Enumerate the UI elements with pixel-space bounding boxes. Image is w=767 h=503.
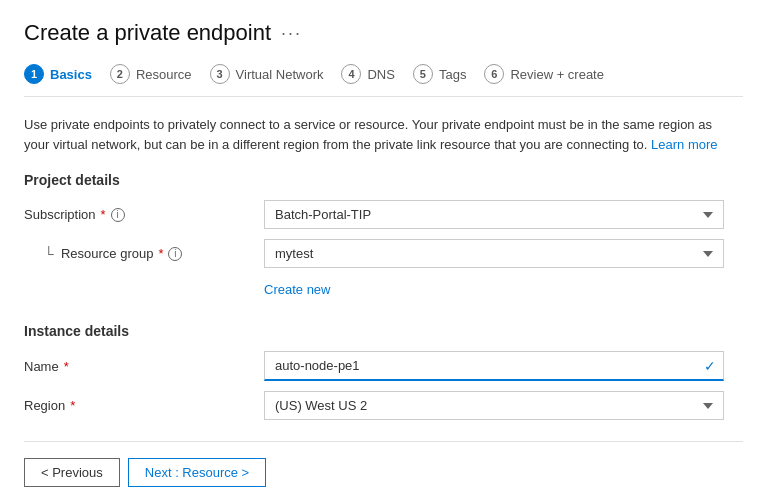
region-control: (US) West US 2 <box>264 391 724 420</box>
page-container: Create a private endpoint ··· 1 Basics 2… <box>0 0 767 503</box>
step-label-tags: Tags <box>439 67 466 82</box>
step-review[interactable]: 6 Review + create <box>484 64 604 84</box>
region-row: Region * (US) West US 2 <box>24 391 743 420</box>
subscription-select[interactable]: Batch-Portal-TIP <box>264 200 724 229</box>
step-virtual-network[interactable]: 3 Virtual Network <box>210 64 324 84</box>
create-new-link[interactable]: Create new <box>264 282 743 297</box>
step-circle-review: 6 <box>484 64 504 84</box>
info-text-content: Use private endpoints to privately conne… <box>24 117 712 152</box>
name-required: * <box>64 359 69 374</box>
subscription-info-icon[interactable]: i <box>111 208 125 222</box>
page-title: Create a private endpoint <box>24 20 271 46</box>
step-tags[interactable]: 5 Tags <box>413 64 466 84</box>
step-label-virtual-network: Virtual Network <box>236 67 324 82</box>
resource-group-label-wrap: Resource group * i <box>24 246 264 262</box>
step-label-resource: Resource <box>136 67 192 82</box>
subscription-row: Subscription * i Batch-Portal-TIP <box>24 200 743 229</box>
resource-group-required: * <box>158 246 163 261</box>
step-label-review: Review + create <box>510 67 604 82</box>
region-required: * <box>70 398 75 413</box>
step-circle-basics: 1 <box>24 64 44 84</box>
steps-navigation: 1 Basics 2 Resource 3 Virtual Network 4 … <box>24 64 743 97</box>
step-label-basics: Basics <box>50 67 92 82</box>
resource-group-control: mytest <box>264 239 724 268</box>
name-valid-icon: ✓ <box>704 358 716 374</box>
resource-group-row: Resource group * i mytest <box>24 239 743 268</box>
page-options-dots[interactable]: ··· <box>281 23 302 44</box>
step-circle-dns: 4 <box>341 64 361 84</box>
project-details-title: Project details <box>24 172 743 188</box>
instance-details-title: Instance details <box>24 323 743 339</box>
info-description: Use private endpoints to privately conne… <box>24 115 724 154</box>
name-row: Name * ✓ <box>24 351 743 381</box>
name-label: Name * <box>24 359 264 374</box>
footer-bar: < Previous Next : Resource > <box>24 441 743 487</box>
region-label: Region * <box>24 398 264 413</box>
step-circle-tags: 5 <box>413 64 433 84</box>
name-control: ✓ <box>264 351 724 381</box>
step-label-dns: DNS <box>367 67 394 82</box>
step-dns[interactable]: 4 DNS <box>341 64 394 84</box>
previous-button[interactable]: < Previous <box>24 458 120 487</box>
subscription-label: Subscription * i <box>24 207 264 222</box>
name-input[interactable] <box>264 351 724 381</box>
resource-group-info-icon[interactable]: i <box>168 247 182 261</box>
region-select[interactable]: (US) West US 2 <box>264 391 724 420</box>
step-basics[interactable]: 1 Basics <box>24 64 92 84</box>
resource-group-select[interactable]: mytest <box>264 239 724 268</box>
page-header: Create a private endpoint ··· <box>24 20 743 46</box>
next-button[interactable]: Next : Resource > <box>128 458 266 487</box>
subscription-required: * <box>101 207 106 222</box>
subscription-control: Batch-Portal-TIP <box>264 200 724 229</box>
step-resource[interactable]: 2 Resource <box>110 64 192 84</box>
step-circle-virtual-network: 3 <box>210 64 230 84</box>
step-circle-resource: 2 <box>110 64 130 84</box>
learn-more-link[interactable]: Learn more <box>651 137 717 152</box>
